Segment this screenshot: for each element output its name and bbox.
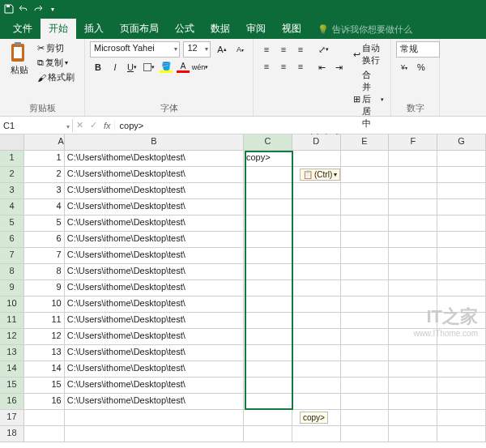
cell[interactable]: 16	[24, 394, 65, 409]
cell[interactable]	[437, 329, 486, 344]
cell[interactable]	[437, 264, 486, 279]
merge-center-button[interactable]: ⊞合并后居中▾	[352, 68, 386, 130]
cell[interactable]	[437, 248, 486, 263]
fill-color-button[interactable]: 🪣	[158, 59, 174, 75]
row-header[interactable]: 6	[0, 232, 24, 247]
cell[interactable]: 15	[24, 378, 65, 393]
cell[interactable]	[244, 410, 292, 425]
row-header[interactable]: 10	[0, 297, 24, 312]
cell[interactable]	[341, 361, 390, 377]
cell[interactable]	[341, 248, 390, 263]
currency-icon[interactable]: ¥▾	[396, 59, 412, 75]
tab-home[interactable]: 开始	[40, 19, 76, 39]
cell[interactable]	[389, 151, 437, 166]
align-bottom-icon[interactable]: ≡	[292, 41, 309, 58]
row-header[interactable]: 18	[0, 426, 24, 442]
cell[interactable]	[292, 280, 341, 296]
save-icon[interactable]	[3, 3, 15, 15]
cell[interactable]	[341, 329, 390, 344]
align-middle-icon[interactable]: ≡	[275, 41, 292, 58]
cell[interactable]	[389, 183, 437, 198]
col-header-E[interactable]: E	[341, 134, 390, 150]
cell[interactable]: 3	[24, 183, 65, 198]
cell[interactable]	[292, 394, 341, 409]
row-header[interactable]: 3	[0, 183, 24, 198]
cell[interactable]	[341, 264, 390, 279]
select-all-corner[interactable]	[0, 134, 24, 150]
cell[interactable]	[244, 345, 292, 361]
row-header[interactable]: 5	[0, 215, 24, 231]
cell[interactable]	[292, 345, 341, 361]
cell[interactable]	[244, 313, 292, 328]
cell[interactable]	[292, 232, 341, 247]
font-color-button[interactable]: A	[175, 59, 191, 75]
cell[interactable]	[244, 378, 292, 393]
bold-button[interactable]: B	[90, 59, 106, 75]
align-top-icon[interactable]: ≡	[258, 41, 275, 58]
col-header-G[interactable]: G	[437, 134, 486, 150]
row-header[interactable]: 17	[0, 410, 24, 425]
cancel-formula-icon[interactable]: ✕	[76, 120, 83, 130]
cell[interactable]	[437, 345, 486, 361]
col-header-F[interactable]: F	[389, 134, 437, 150]
cell[interactable]	[437, 426, 486, 442]
cell[interactable]	[292, 215, 341, 231]
cell[interactable]	[341, 313, 390, 328]
cell[interactable]	[244, 264, 292, 279]
align-left-icon[interactable]: ≡	[258, 58, 275, 75]
cell[interactable]	[244, 183, 292, 198]
cell[interactable]: 10	[24, 297, 65, 312]
cell[interactable]	[389, 264, 437, 279]
underline-button[interactable]: U▾	[124, 59, 140, 75]
cell[interactable]: C:\Users\ithome\Desktop\test\	[65, 378, 244, 393]
cell[interactable]	[244, 167, 292, 182]
cell[interactable]	[437, 361, 486, 377]
wrap-text-button[interactable]: ↩自动换行	[352, 41, 386, 67]
cell[interactable]: C:\Users\ithome\Desktop\test\	[65, 232, 244, 247]
cell[interactable]: C:\Users\ithome\Desktop\test\	[65, 313, 244, 328]
cell[interactable]	[244, 297, 292, 312]
col-header-B[interactable]: B	[65, 134, 244, 150]
tab-data[interactable]: 数据	[202, 19, 238, 39]
cell[interactable]	[341, 151, 390, 166]
row-header[interactable]: 9	[0, 280, 24, 296]
row-header[interactable]: 16	[0, 394, 24, 409]
cell[interactable]: C:\Users\ithome\Desktop\test\	[65, 215, 244, 231]
cell[interactable]	[341, 183, 390, 198]
tab-file[interactable]: 文件	[5, 19, 40, 39]
cell[interactable]	[341, 378, 390, 393]
cell[interactable]	[437, 378, 486, 393]
align-right-icon[interactable]: ≡	[292, 58, 309, 75]
cell[interactable]	[389, 329, 437, 344]
row-header[interactable]: 13	[0, 345, 24, 361]
cell[interactable]	[292, 329, 341, 344]
tab-insert[interactable]: 插入	[76, 19, 112, 39]
cell[interactable]: C:\Users\ithome\Desktop\test\	[65, 329, 244, 344]
enter-formula-icon[interactable]: ✓	[90, 120, 97, 130]
row-header[interactable]: 11	[0, 313, 24, 328]
cell[interactable]: 9	[24, 280, 65, 296]
cell[interactable]	[437, 410, 486, 425]
cell[interactable]	[389, 378, 437, 393]
orientation-button[interactable]: ⤢▾	[313, 41, 333, 58]
cell[interactable]	[292, 248, 341, 263]
decrease-font-icon[interactable]: A▾	[232, 41, 248, 58]
row-header[interactable]: 15	[0, 378, 24, 393]
cell[interactable]	[437, 313, 486, 328]
cell[interactable]	[437, 199, 486, 215]
cell[interactable]	[341, 394, 390, 409]
cell[interactable]: C:\Users\ithome\Desktop\test\	[65, 183, 244, 198]
tab-pagelayout[interactable]: 页面布局	[112, 19, 167, 39]
italic-button[interactable]: I	[107, 59, 123, 75]
cell[interactable]	[389, 361, 437, 377]
row-header[interactable]: 2	[0, 167, 24, 182]
fx-icon[interactable]: fx	[100, 121, 115, 130]
cell[interactable]	[389, 394, 437, 409]
cell[interactable]: 13	[24, 345, 65, 361]
row-header[interactable]: 14	[0, 361, 24, 377]
row-header[interactable]: 1	[0, 151, 24, 166]
cell[interactable]	[341, 232, 390, 247]
cell[interactable]	[24, 410, 65, 425]
align-center-icon[interactable]: ≡	[275, 58, 292, 75]
cell[interactable]	[244, 248, 292, 263]
